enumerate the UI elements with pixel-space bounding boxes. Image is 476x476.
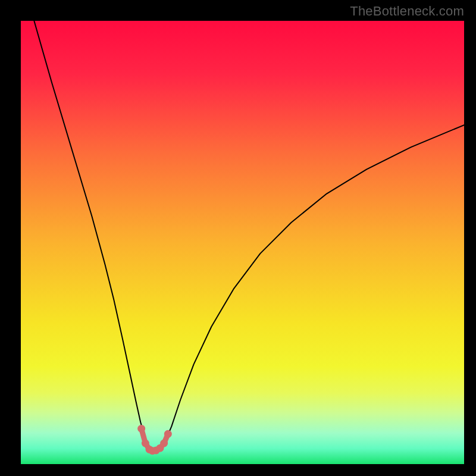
chart-frame: TheBottleneck.com — [0, 0, 476, 476]
plot-area — [21, 21, 464, 464]
background-gradient — [21, 21, 464, 464]
svg-rect-0 — [21, 21, 464, 464]
watermark-text: TheBottleneck.com — [350, 4, 464, 19]
